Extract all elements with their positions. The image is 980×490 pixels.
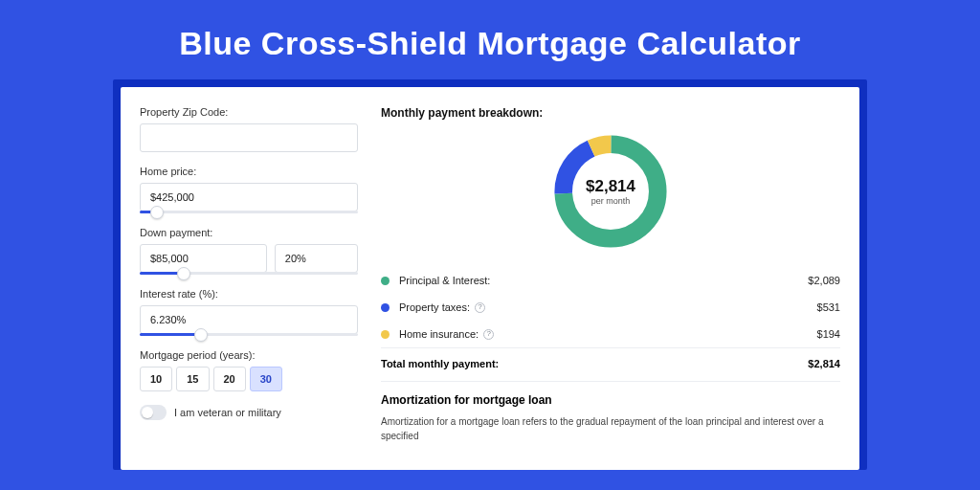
legend-row-home-insurance: Home insurance: ? $194 bbox=[381, 321, 840, 347]
down-payment-label: Down payment: bbox=[140, 227, 358, 238]
calculator-panel-frame: Property Zip Code: Home price: Down paym… bbox=[113, 79, 867, 470]
down-payment-amount-input[interactable] bbox=[140, 244, 267, 273]
donut-chart-area: $2,814 per month bbox=[381, 123, 840, 263]
down-payment-slider-thumb[interactable] bbox=[177, 267, 190, 280]
legend-label-home-insurance: Home insurance: bbox=[399, 328, 479, 340]
amortization-body: Amortization for a mortgage loan refers … bbox=[381, 414, 840, 443]
veteran-toggle-knob bbox=[142, 407, 153, 418]
interest-rate-slider[interactable] bbox=[140, 333, 358, 336]
home-price-field: Home price: bbox=[140, 166, 358, 213]
legend-row-property-taxes: Property taxes: ? $531 bbox=[381, 294, 840, 321]
mortgage-period-options: 10 15 20 30 bbox=[140, 367, 358, 391]
zip-label: Property Zip Code: bbox=[140, 106, 358, 118]
veteran-toggle[interactable] bbox=[140, 405, 167, 420]
legend-row-principal-interest: Principal & Interest: $2,089 bbox=[381, 267, 840, 294]
total-value: $2,814 bbox=[808, 358, 840, 369]
period-option-30[interactable]: 30 bbox=[250, 367, 282, 391]
donut-center-sub: per month bbox=[586, 196, 635, 206]
legend-value-property-taxes: $531 bbox=[817, 301, 840, 313]
veteran-toggle-label: I am veteran or military bbox=[174, 407, 281, 418]
interest-rate-input[interactable] bbox=[140, 305, 358, 334]
mortgage-period-field: Mortgage period (years): 10 15 20 30 bbox=[140, 349, 358, 391]
home-price-slider[interactable] bbox=[140, 211, 358, 213]
total-label: Total monthly payment: bbox=[381, 358, 808, 369]
veteran-toggle-row: I am veteran or military bbox=[140, 405, 358, 420]
zip-input[interactable] bbox=[140, 123, 358, 152]
legend-dot-home-insurance bbox=[381, 330, 390, 339]
info-icon[interactable]: ? bbox=[483, 329, 494, 340]
legend-dot-property-taxes bbox=[381, 303, 390, 312]
zip-field: Property Zip Code: bbox=[140, 106, 358, 152]
interest-rate-field: Interest rate (%): bbox=[140, 288, 358, 336]
legend-dot-principal-interest bbox=[381, 277, 390, 285]
breakdown-heading: Monthly payment breakdown: bbox=[381, 106, 840, 120]
period-option-10[interactable]: 10 bbox=[140, 367, 172, 391]
legend-value-principal-interest: $2,089 bbox=[808, 275, 840, 286]
interest-rate-slider-thumb[interactable] bbox=[194, 328, 208, 342]
legend-value-home-insurance: $194 bbox=[817, 328, 840, 340]
home-price-label: Home price: bbox=[140, 166, 358, 177]
breakdown-column: Monthly payment breakdown: $2,814 per mo… bbox=[375, 106, 840, 470]
page-title: Blue Cross-Shield Mortgage Calculator bbox=[0, 0, 980, 79]
total-row: Total monthly payment: $2,814 bbox=[381, 347, 840, 381]
donut-chart: $2,814 per month bbox=[548, 129, 673, 254]
down-payment-field: Down payment: bbox=[140, 227, 358, 275]
home-price-slider-thumb[interactable] bbox=[150, 206, 164, 219]
legend-label-principal-interest: Principal & Interest: bbox=[399, 275, 490, 286]
period-option-20[interactable]: 20 bbox=[213, 367, 246, 391]
down-payment-slider[interactable] bbox=[140, 272, 358, 275]
breakdown-legend: Principal & Interest: $2,089 Property ta… bbox=[381, 267, 840, 347]
down-payment-percent-input[interactable] bbox=[275, 244, 358, 273]
interest-rate-label: Interest rate (%): bbox=[140, 288, 358, 300]
calculator-panel: Property Zip Code: Home price: Down paym… bbox=[121, 87, 859, 470]
donut-center-amount: $2,814 bbox=[586, 177, 635, 196]
mortgage-period-label: Mortgage period (years): bbox=[140, 349, 358, 361]
amortization-section: Amortization for mortgage loan Amortizat… bbox=[381, 381, 840, 443]
interest-rate-slider-fill bbox=[140, 333, 201, 336]
donut-center: $2,814 per month bbox=[586, 177, 635, 206]
amortization-heading: Amortization for mortgage loan bbox=[381, 393, 840, 407]
home-price-input[interactable] bbox=[140, 183, 358, 212]
inputs-column: Property Zip Code: Home price: Down paym… bbox=[140, 106, 375, 470]
info-icon[interactable]: ? bbox=[475, 302, 485, 313]
legend-label-property-taxes: Property taxes: bbox=[399, 301, 470, 313]
period-option-15[interactable]: 15 bbox=[176, 367, 209, 391]
